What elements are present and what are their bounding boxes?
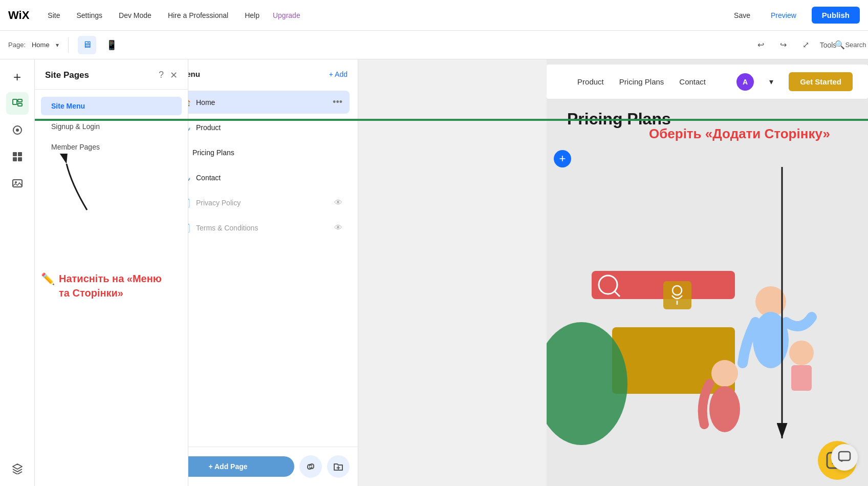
nav-chevron-icon[interactable]: ▾ xyxy=(769,77,773,87)
second-toolbar: Page: Home ▾ 🖥 📱 ↩ ↪ ⤢ Tools 🔍 Search xyxy=(0,31,868,59)
user-avatar: A xyxy=(736,73,754,91)
page-name: Home xyxy=(32,41,50,49)
panel-header-icons: ? ✕ xyxy=(159,70,178,81)
svg-rect-8 xyxy=(18,157,22,161)
nav-devmode[interactable]: Dev Mode xyxy=(116,9,155,22)
svg-rect-5 xyxy=(13,152,17,156)
undo-icon[interactable]: ↩ xyxy=(751,36,770,54)
svg-point-10 xyxy=(15,181,17,183)
illustration-svg xyxy=(547,240,868,486)
page-item-menu-icon[interactable]: ••• xyxy=(333,97,342,108)
save-button[interactable]: Save xyxy=(729,9,755,22)
add-page-header-button[interactable]: + Add xyxy=(329,70,348,78)
svg-point-29 xyxy=(709,386,740,432)
fit-icon[interactable]: ⤢ xyxy=(796,36,815,54)
canvas-area: + Product Pricing Plans Contact A ▾ Get … xyxy=(547,59,868,486)
add-to-canvas-button[interactable]: + xyxy=(554,150,571,167)
svg-rect-1 xyxy=(18,99,22,102)
svg-point-22 xyxy=(789,341,814,365)
green-stripe xyxy=(35,119,868,121)
toolbar-right: ↩ ↪ ⤢ Tools 🔍 Search xyxy=(751,36,860,54)
preview-button[interactable]: Preview xyxy=(766,9,801,22)
svg-point-4 xyxy=(16,129,19,132)
close-icon[interactable]: ✕ xyxy=(170,70,178,81)
help-icon[interactable]: ? xyxy=(159,70,164,81)
nav-site[interactable]: Site xyxy=(45,9,63,22)
page-item-pricing-plans[interactable]: ⠿ ⊞ Pricing Plans xyxy=(162,141,350,164)
page-item-terms[interactable]: ⠿ 📄 Terms & Conditions 👁 xyxy=(162,216,350,239)
sidebar-bottom xyxy=(6,457,29,480)
panel-header: Site Pages ? ✕ xyxy=(35,59,188,90)
nav-help[interactable]: Help xyxy=(242,9,263,22)
svg-rect-18 xyxy=(612,327,735,394)
add-folder-button[interactable] xyxy=(327,455,350,478)
page-item-privacy-policy[interactable]: ⠿ 📄 Privacy Policy 👁 xyxy=(162,191,350,214)
nav-settings[interactable]: Settings xyxy=(73,9,105,22)
tab-site-menu[interactable]: Site Menu xyxy=(41,97,182,115)
tab-member-pages[interactable]: Member Pages xyxy=(41,138,182,156)
svg-rect-7 xyxy=(13,157,17,161)
nav-upgrade[interactable]: Upgrade xyxy=(273,11,300,19)
publish-button[interactable]: Publish xyxy=(812,7,860,24)
top-navigation: WiX Site Settings Dev Mode Hire a Profes… xyxy=(0,0,868,31)
svg-point-28 xyxy=(711,360,738,387)
design-icon[interactable] xyxy=(6,119,29,141)
panel-title: Site Pages xyxy=(45,70,89,80)
nav-hire[interactable]: Hire a Professional xyxy=(165,9,231,22)
page-label: Page: xyxy=(8,41,26,49)
svg-rect-2 xyxy=(18,103,22,106)
svg-rect-23 xyxy=(791,365,812,391)
illustration-area xyxy=(547,240,868,486)
terms-page-label: Terms & Conditions xyxy=(196,224,329,232)
preview-navbar: Product Pricing Plans Contact A ▾ Get St… xyxy=(547,65,868,99)
apps-icon[interactable] xyxy=(6,145,29,168)
toolbar-separator xyxy=(68,37,69,53)
left-sidebar: + xyxy=(0,59,35,486)
desktop-view-icon[interactable]: 🖥 xyxy=(78,36,96,54)
site-pages-panel: Site Pages ? ✕ Site Menu Signup & Login … xyxy=(35,59,188,486)
preview-nav-contact[interactable]: Contact xyxy=(679,77,706,86)
pricing-plans-page-label: Pricing Plans xyxy=(192,149,342,157)
hidden-icon: 👁 xyxy=(334,198,342,207)
mobile-view-icon[interactable]: 📱 xyxy=(102,36,121,54)
add-link-button[interactable] xyxy=(299,455,322,478)
main-layout: + xyxy=(0,59,868,486)
preview-nav-product[interactable]: Product xyxy=(577,77,604,86)
page-item-contact[interactable]: ⠿ ⚓ Contact xyxy=(162,166,350,189)
media-icon[interactable] xyxy=(6,172,29,195)
page-item-home[interactable]: ⠿ 🏠 Home ••• xyxy=(162,91,350,114)
svg-rect-0 xyxy=(13,99,17,104)
hidden-icon: 👁 xyxy=(334,223,342,233)
privacy-policy-page-label: Privacy Policy xyxy=(196,199,329,207)
product-page-label: Product xyxy=(196,123,342,132)
home-page-label: Home xyxy=(196,98,328,107)
get-started-button[interactable]: Get Started xyxy=(789,72,853,91)
preview-nav-pricing[interactable]: Pricing Plans xyxy=(619,77,664,86)
add-element-button[interactable]: + xyxy=(6,66,29,88)
search-button[interactable]: 🔍 Search xyxy=(841,36,860,54)
svg-rect-30 xyxy=(839,452,850,460)
redo-icon[interactable]: ↪ xyxy=(774,36,792,54)
contact-page-label: Contact xyxy=(196,174,342,182)
pages-menu-icon[interactable] xyxy=(6,92,29,115)
layers-icon[interactable] xyxy=(6,457,29,480)
panel-tabs: Site Menu Signup & Login Member Pages xyxy=(35,90,188,163)
chat-bubble[interactable] xyxy=(831,444,858,471)
page-dropdown-icon[interactable]: ▾ xyxy=(56,41,59,49)
wix-logo: WiX xyxy=(8,9,29,22)
svg-rect-6 xyxy=(18,152,22,156)
